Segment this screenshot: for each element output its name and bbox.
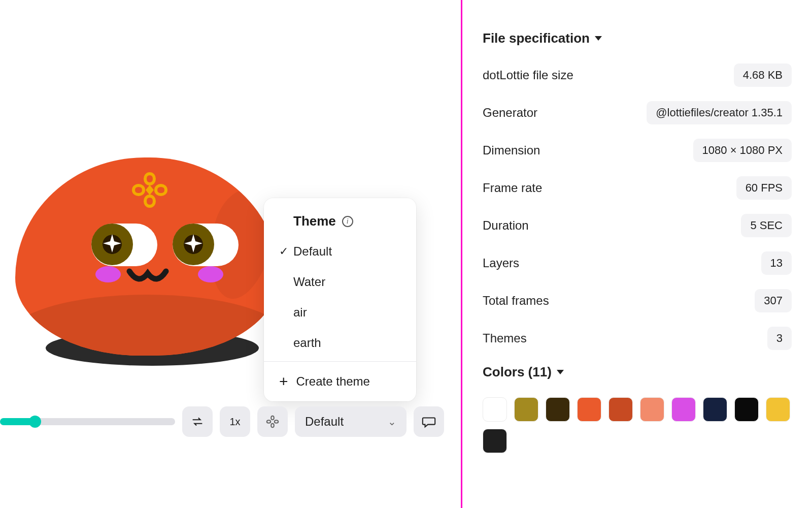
popover-title: Theme [293,213,336,229]
color-swatch[interactable] [483,397,507,422]
spec-label: Duration [483,218,529,233]
theme-option-label: air [293,305,307,320]
animation-preview [15,147,284,366]
color-swatch[interactable] [734,397,759,422]
theme-option-label: Default [293,244,332,259]
character-eye-right [173,224,239,266]
forehead-ornament-icon [129,170,170,212]
effects-button[interactable] [257,406,288,437]
spec-value: 3 [767,327,792,350]
spec-value: 4.68 KB [734,64,792,87]
comment-icon [421,414,436,429]
caret-down-icon [557,370,564,374]
speed-button[interactable]: 1x [220,406,250,437]
character-cheek-right [198,266,223,282]
spec-row-themes: Themes 3 [483,327,792,350]
comments-button[interactable] [414,406,444,437]
spec-label: Total frames [483,294,549,308]
spec-value: 13 [761,251,792,275]
spec-row-frames: Total frames 307 [483,289,792,312]
character-mouth [124,265,175,291]
spec-row-dimension: Dimension 1080 × 1080 PX [483,139,792,162]
color-swatch[interactable] [640,397,664,422]
color-swatch[interactable] [546,397,570,422]
theme-option-water[interactable]: Water [264,267,416,297]
color-swatch[interactable] [483,429,507,453]
app-root: Theme i ✓ Default Water air earth + [0,0,812,508]
color-swatch[interactable] [514,397,538,422]
slider-track [0,418,175,425]
theme-select[interactable]: Default ⌄ [295,406,407,437]
timeline-slider[interactable] [0,418,175,425]
file-spec-header[interactable]: File specification [483,30,792,46]
color-swatch[interactable] [608,397,633,422]
color-swatch[interactable] [671,397,696,422]
speed-label: 1x [229,416,240,428]
character-eye-left [91,224,157,266]
spec-value: 1080 × 1080 PX [693,139,792,162]
spec-row-layers: Layers 13 [483,251,792,275]
spec-label: Themes [483,331,527,345]
loop-icon [190,414,205,429]
theme-option-air[interactable]: air [264,297,416,328]
spec-label: Frame rate [483,181,542,195]
plus-icon: + [279,374,288,389]
colors-grid [483,397,792,453]
spec-row-filesize: dotLottie file size 4.68 KB [483,64,792,87]
colors-header[interactable]: Colors (11) [483,364,792,380]
theme-select-label: Default [305,415,344,429]
section-title: Colors (11) [483,364,552,380]
spec-value: 60 FPS [736,176,792,200]
playback-toolbar: 1x Default ⌄ [0,406,461,437]
theme-option-earth[interactable]: earth [264,328,416,358]
spec-value: 307 [755,289,792,312]
section-title: File specification [483,30,590,46]
spec-label: Dimension [483,143,540,157]
theme-popover: Theme i ✓ Default Water air earth + [264,198,416,401]
spec-label: Generator [483,106,537,120]
details-pane: File specification dotLottie file size 4… [461,0,812,508]
color-swatch[interactable] [703,397,727,422]
spec-row-generator: Generator @lottiefiles/creator 1.35.1 [483,101,792,124]
slider-thumb[interactable] [29,416,41,428]
theme-option-default[interactable]: ✓ Default [264,236,416,267]
chevron-down-icon: ⌄ [388,416,396,428]
popover-header: Theme i [264,198,416,236]
theme-option-label: Water [293,275,325,289]
info-icon[interactable]: i [342,216,353,227]
spec-row-duration: Duration 5 SEC [483,214,792,237]
canvas-pane: Theme i ✓ Default Water air earth + [0,0,461,508]
spec-label: dotLottie file size [483,68,573,82]
sparkle-icon [102,233,122,256]
color-swatch[interactable] [766,397,790,422]
loop-button[interactable] [182,406,213,437]
color-swatch[interactable] [577,397,601,422]
spec-row-framerate: Frame rate 60 FPS [483,176,792,200]
spec-value: 5 SEC [741,214,792,237]
sparkle-quad-icon [265,414,280,429]
spec-label: Layers [483,256,519,270]
character-cheek-left [95,266,121,282]
check-icon: ✓ [279,245,293,258]
create-theme-button[interactable]: + Create theme [264,362,416,401]
theme-option-label: earth [293,336,321,350]
caret-down-icon [595,36,602,41]
spec-value: @lottiefiles/creator 1.35.1 [647,101,792,124]
create-theme-label: Create theme [296,374,370,389]
sparkle-icon [183,233,204,256]
